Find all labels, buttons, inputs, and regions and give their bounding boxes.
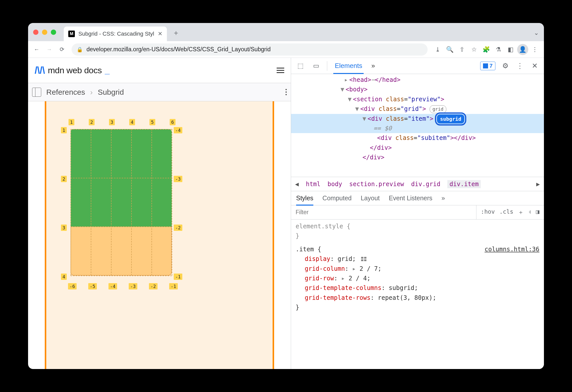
hov-toggle[interactable]: :hov (481, 208, 495, 216)
extensions-icon[interactable]: 🧩 (481, 44, 492, 55)
labs-icon[interactable]: ⚗ (493, 44, 504, 55)
tab-list-button[interactable]: ⌄ (534, 29, 539, 36)
css-declaration[interactable]: display: grid; (296, 254, 539, 264)
cls-toggle[interactable]: .cls (499, 208, 513, 216)
selected-dom-node[interactable]: ▼<div class="item"> subgrid (291, 114, 544, 124)
event-listeners-tab[interactable]: Event Listeners (389, 191, 432, 205)
grid-line-label: 6 (170, 119, 175, 125)
issues-badge[interactable]: 7 (480, 62, 495, 70)
elements-tab[interactable]: Elements (333, 58, 364, 74)
dom-tree[interactable]: ▸<head>⋯</head> ▼<body> ▼<section class=… (291, 74, 544, 177)
layout-tab[interactable]: Layout (361, 191, 380, 205)
path-scroll-right-icon[interactable]: ▶ (536, 181, 540, 188)
css-declaration[interactable]: grid-column: ▸ 2 / 7; (296, 264, 539, 274)
grid-line-label: 2 (61, 176, 67, 182)
mdn-favicon: M (68, 31, 75, 37)
css-declaration[interactable]: grid-template-columns: subgrid; (296, 283, 539, 293)
devtools-menu-icon[interactable]: ⋮ (515, 61, 525, 71)
page-menu-icon[interactable] (285, 89, 287, 95)
path-item[interactable]: section.preview (349, 181, 404, 188)
new-tab-button[interactable]: ＋ (172, 29, 180, 37)
tab-close-icon[interactable]: ✕ (158, 31, 162, 37)
styles-subtabs: Styles Computed Layout Event Listeners » (291, 191, 544, 205)
settings-icon[interactable]: ⚙ (500, 61, 510, 71)
path-item-selected[interactable]: div.item (447, 180, 481, 188)
grid-line-label: -1 (174, 274, 182, 280)
bookmark-icon[interactable]: ☆ (469, 44, 480, 55)
reload-button[interactable]: ⟳ (57, 44, 67, 55)
more-style-tabs[interactable]: » (442, 191, 445, 205)
maximize-window-button[interactable] (51, 30, 56, 35)
grid-lines (71, 129, 172, 276)
share-icon[interactable]: ⇧ (456, 44, 468, 55)
rule-source-link[interactable]: columns.html:36 (485, 244, 539, 254)
orange-stripe-right (273, 101, 274, 369)
path-item[interactable]: html (306, 181, 320, 188)
orange-stripe-left (45, 101, 46, 369)
rule-selector[interactable]: .item { (296, 246, 321, 253)
styles-filter-bar: :hov .cls ＋ ⫞ ◨ (291, 205, 544, 219)
page-viewport: /\/\ mdn web docs _ References › Subgrid (28, 58, 291, 369)
computed-tab[interactable]: Computed (322, 191, 351, 205)
sidepanel-icon[interactable]: ◧ (505, 44, 516, 55)
mdn-logo-text: mdn web docs (48, 65, 102, 75)
zoom-icon[interactable]: 🔍 (444, 44, 455, 55)
grid-line-label: -4 (108, 283, 117, 289)
subgrid-badge[interactable]: subgrid (437, 114, 464, 124)
lock-icon: 🔒 (77, 46, 83, 53)
mdn-logo[interactable]: /\/\ mdn web docs _ (35, 65, 109, 76)
grid-line-label: 2 (89, 119, 95, 125)
path-item[interactable]: div.grid (411, 181, 441, 188)
more-panels-button[interactable]: » (370, 58, 376, 74)
profile-avatar[interactable]: 👤 (517, 44, 528, 55)
back-button[interactable]: ← (32, 44, 42, 55)
path-item[interactable]: body (327, 181, 342, 188)
browser-tab[interactable]: M Subgrid - CSS: Cascading Styl ✕ (64, 27, 167, 41)
toolbar-actions: ⤓ 🔍 ⇧ ☆ 🧩 ⚗ ◧ 👤 ⋮ (432, 44, 540, 55)
install-icon[interactable]: ⤓ (432, 44, 443, 55)
styles-pane[interactable]: element.style { } .item { columns.html:3… (291, 219, 544, 369)
styles-filter-input[interactable] (291, 205, 476, 219)
toggle-sidebar-icon[interactable]: ◨ (536, 208, 539, 216)
issues-icon (483, 63, 488, 68)
chrome-menu-icon[interactable]: ⋮ (529, 44, 540, 55)
page-content: 1 2 3 4 5 6 1 2 3 4 -4 -3 -2 -1 (28, 101, 291, 369)
grid-line-label: 3 (109, 119, 115, 125)
devtools-close-icon[interactable]: ✕ (530, 61, 539, 71)
styles-tab[interactable]: Styles (296, 191, 313, 205)
forward-button[interactable]: → (44, 44, 54, 55)
dom-breadcrumb[interactable]: ◀ html body section.preview div.grid div… (291, 177, 544, 191)
css-declaration[interactable]: grid-row: ▸ 2 / 4; (296, 274, 539, 283)
sidebar-toggle-icon[interactable] (32, 88, 41, 97)
close-window-button[interactable] (33, 30, 38, 35)
minimize-window-button[interactable] (42, 30, 47, 35)
hamburger-icon[interactable] (277, 68, 284, 73)
computed-styles-icon[interactable]: ⫞ (528, 208, 531, 216)
grid-line-label: -4 (174, 127, 182, 133)
grid-line-label: -6 (68, 283, 77, 289)
breadcrumb-separator-icon: › (90, 88, 93, 96)
grid-line-label: -2 (149, 283, 158, 289)
inspect-icon[interactable]: ⬚ (296, 61, 305, 71)
grid-line-label: 3 (61, 225, 67, 231)
grid-line-label: -3 (129, 283, 137, 289)
breadcrumb-root[interactable]: References (46, 88, 85, 96)
grid-icon[interactable] (361, 257, 367, 261)
browser-window: M Subgrid - CSS: Cascading Styl ✕ ＋ ⌄ ← … (28, 23, 544, 369)
window-controls (33, 30, 56, 35)
grid-line-label: 5 (149, 119, 155, 125)
grid-line-label: 4 (61, 274, 67, 280)
titlebar: M Subgrid - CSS: Cascading Styl ✕ ＋ ⌄ (28, 23, 544, 41)
grid-line-label: -1 (169, 283, 178, 289)
grid-badge[interactable]: grid (430, 105, 446, 113)
mdn-header: /\/\ mdn web docs _ (28, 58, 291, 83)
url-text: developer.mozilla.org/en-US/docs/Web/CSS… (86, 46, 271, 53)
grid-line-label: -5 (88, 283, 97, 289)
new-rule-icon[interactable]: ＋ (518, 208, 524, 216)
css-declaration[interactable]: grid-template-rows: repeat(3, 80px); (296, 293, 539, 303)
toolbar-divider (327, 61, 327, 71)
mdn-logo-mark: /\/\ (35, 65, 45, 76)
address-bar[interactable]: 🔒 developer.mozilla.org/en-US/docs/Web/C… (72, 43, 428, 56)
path-scroll-left-icon[interactable]: ◀ (295, 181, 299, 188)
device-toggle-icon[interactable]: ▭ (311, 61, 321, 71)
